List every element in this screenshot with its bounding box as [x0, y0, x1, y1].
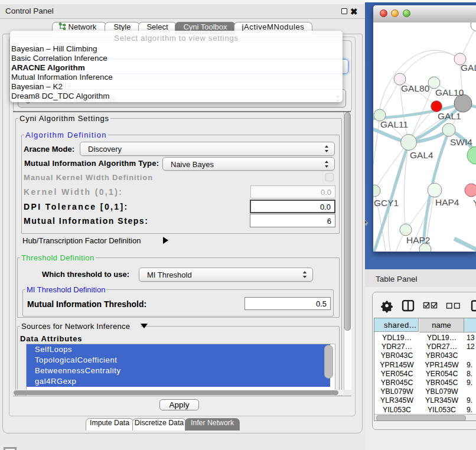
svg-text:SWI4: SWI4	[450, 137, 472, 147]
svg-text:GAL10: GAL10	[435, 87, 464, 97]
svg-text:GAL4: GAL4	[410, 150, 433, 160]
svg-text:GAL7: GAL7	[461, 63, 476, 73]
svg-text:HAP2: HAP2	[406, 235, 431, 245]
svg-text:Y: Y	[473, 198, 476, 208]
svg-text:GAL11: GAL11	[380, 119, 408, 129]
svg-text:GCY1: GCY1	[374, 198, 399, 208]
svg-text:HAP4: HAP4	[435, 197, 459, 207]
svg-text:GAL80: GAL80	[401, 83, 430, 93]
svg-text:GAL1: GAL1	[438, 111, 461, 121]
